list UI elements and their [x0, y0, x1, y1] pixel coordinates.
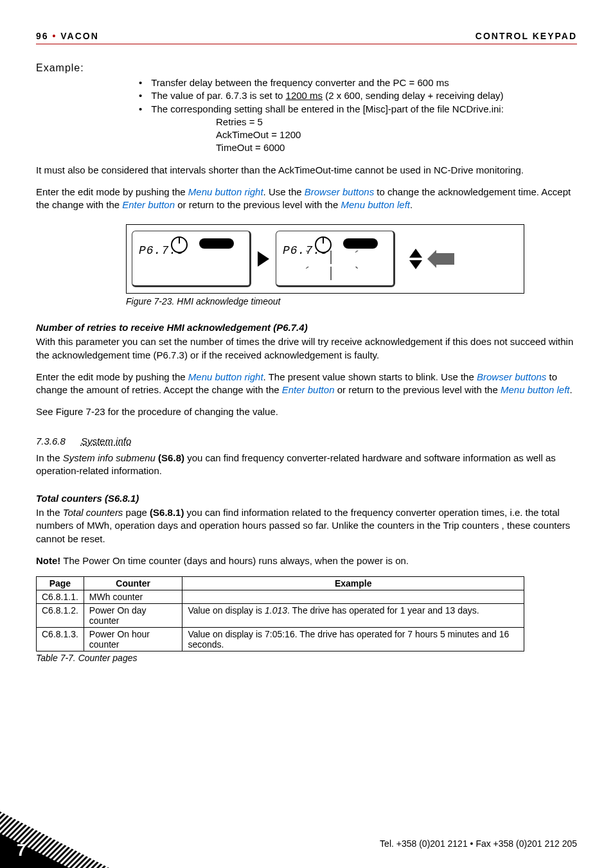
body-paragraph: Enter the edit mode by pushing the Menu … [36, 371, 577, 397]
link-menu-left[interactable]: Menu button left [341, 199, 410, 210]
table-row: C6.8.1.1. MWh counter [37, 590, 524, 604]
header-rule [36, 44, 577, 44]
col-page: Page [37, 577, 84, 590]
sub-line: TimeOut = 6000 [216, 141, 577, 154]
link-menu-right[interactable]: Menu button right [188, 186, 263, 197]
pill-icon [343, 238, 378, 249]
page-footer: 7 Tel. +358 (0)201 2121 • Fax +358 (0)20… [0, 811, 613, 868]
display-panel: P6.7.3 ` | ´´ | ` [276, 231, 395, 287]
body-paragraph: See Figure 7-23 for the procedure of cha… [36, 405, 577, 418]
body-paragraph: With this parameter you can set the numb… [36, 335, 577, 362]
rotary-icon [171, 236, 188, 253]
table-caption: Table 7-7. Counter pages [36, 653, 577, 663]
body-paragraph: In the Total counters page (S6.8.1) you … [36, 506, 577, 545]
body-paragraph: In the System info submenu (S6.8) you ca… [36, 452, 577, 478]
example-label: Example: [36, 62, 577, 74]
seven-seg-icon: ` | ´´ | ` [302, 249, 364, 281]
col-counter: Counter [84, 577, 182, 590]
arrow-right-icon [258, 251, 269, 267]
figure-caption: Figure 7-23. HMI acknowledge timeout [126, 296, 577, 306]
subheading: Number of retries to receive HMI acknowl… [36, 322, 577, 333]
counter-table: Page Counter Example C6.8.1.1. MWh count… [36, 576, 524, 651]
link-menu-right[interactable]: Menu button right [188, 371, 263, 382]
updown-arrows-icon [409, 249, 422, 269]
col-example: Example [182, 577, 524, 590]
pill-icon [199, 238, 234, 249]
header-right: CONTROL KEYPAD [475, 31, 577, 41]
note-paragraph: Note! The Power On time counter (days an… [36, 554, 577, 567]
link-browser-buttons[interactable]: Browser buttons [477, 371, 546, 382]
brand: VACON [60, 31, 99, 41]
sub-line: AckTimeOut = 1200 [216, 128, 577, 141]
section-heading: 7.3.6.8System info [36, 436, 577, 447]
example-bullets: Transfer delay between the frequency con… [139, 76, 577, 116]
display-panel: P6.7.3 [132, 231, 251, 287]
enter-arrow-icon [427, 250, 454, 268]
bullet-icon: • [52, 31, 60, 41]
link-menu-left[interactable]: Menu button left [501, 384, 570, 395]
page-number: 96 [36, 31, 49, 41]
table-row: C6.8.1.3. Power On hour counter Value on… [37, 628, 524, 651]
page-header: 96 • VACON CONTROL KEYPAD [36, 31, 577, 41]
body-paragraph: It must also be considered that interval… [36, 164, 577, 177]
sub-line: Retries = 5 [216, 116, 577, 128]
figure-hmi-timeout: P6.7.3 P6.7.3 ` | ´´ | ` [126, 224, 524, 294]
body-paragraph: Enter the edit mode by pushing the Menu … [36, 186, 577, 212]
table-row: C6.8.1.2. Power On day counter Value on … [37, 604, 524, 628]
header-left: 96 • VACON [36, 31, 99, 41]
link-enter-button[interactable]: Enter button [122, 199, 175, 210]
footer-contact: Tel. +358 (0)201 2121 • Fax +358 (0)201 … [380, 838, 577, 849]
link-browser-buttons[interactable]: Browser buttons [305, 186, 374, 197]
bullet-item: The value of par. 6.7.3 is set to 1200 m… [139, 89, 577, 102]
table-header-row: Page Counter Example [37, 577, 524, 590]
footer-chapter-number: 7 [17, 840, 26, 860]
subheading: Total counters (S6.8.1) [36, 493, 577, 504]
bullet-item: Transfer delay between the frequency con… [139, 76, 577, 89]
link-enter-button[interactable]: Enter button [282, 384, 335, 395]
bullet-item: The corresponding setting shall be enter… [139, 103, 577, 116]
